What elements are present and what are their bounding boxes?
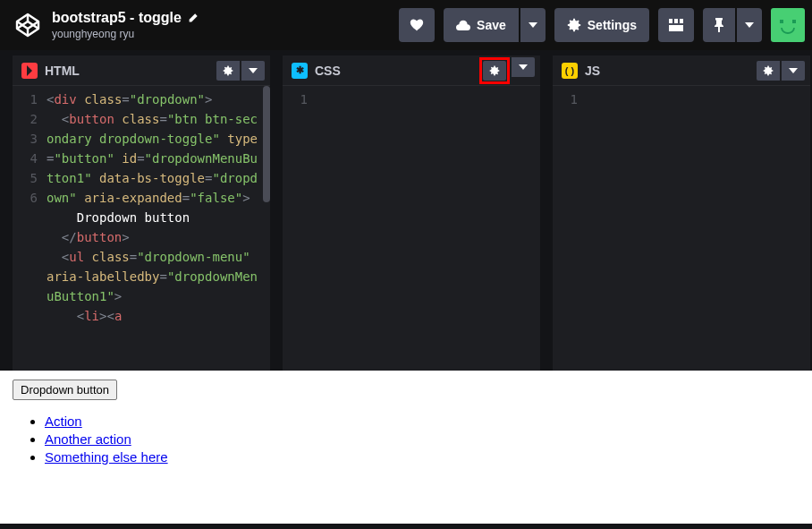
codepen-logo[interactable] — [13, 10, 43, 40]
list-item: Something else here — [45, 448, 799, 466]
css-badge-icon: ✱ — [292, 63, 308, 79]
list-item: Action — [45, 413, 799, 431]
html-editor-title: HTML — [45, 64, 209, 78]
html-editor-header: HTML — [13, 55, 270, 86]
html-expand-button[interactable] — [241, 61, 265, 81]
js-code[interactable] — [587, 86, 810, 371]
settings-button[interactable]: Settings — [554, 8, 649, 42]
pen-author[interactable]: younghyeong ryu — [52, 28, 390, 40]
js-gutter: 1 — [553, 86, 587, 371]
highlight-marker — [479, 57, 510, 84]
js-editor-body[interactable]: 1 — [553, 86, 810, 371]
heart-icon — [410, 18, 424, 32]
html-editor-buttons — [216, 61, 265, 81]
pin-icon — [714, 18, 724, 32]
cloud-icon — [456, 20, 470, 30]
js-editor-header: ( ) JS — [553, 55, 810, 86]
pen-title[interactable]: bootstrap5 - toggle — [52, 10, 390, 26]
chevron-down-icon — [789, 68, 798, 73]
html-settings-button[interactable] — [216, 61, 240, 81]
gear-icon — [489, 65, 500, 76]
js-badge-icon: ( ) — [562, 63, 578, 79]
pen-title-text: bootstrap5 - toggle — [52, 10, 182, 26]
pin-button-group — [703, 8, 762, 42]
save-button[interactable]: Save — [444, 8, 519, 42]
js-settings-button[interactable] — [757, 61, 780, 81]
dropdown-list: ActionAnother actionSomething else here — [45, 413, 799, 466]
css-settings-button[interactable] — [483, 61, 506, 81]
html-badge-icon — [21, 63, 38, 79]
css-editor-buttons — [479, 57, 535, 84]
js-editor-buttons — [757, 61, 805, 81]
js-expand-button[interactable] — [782, 61, 805, 81]
css-code[interactable] — [317, 86, 540, 371]
preview-pane: Dropdown button ActionAnother actionSome… — [0, 371, 812, 524]
pin-button[interactable] — [703, 8, 735, 42]
save-dropdown-button[interactable] — [520, 8, 546, 42]
save-label: Save — [477, 18, 506, 32]
svg-rect-3 — [669, 25, 683, 31]
love-button[interactable] — [399, 8, 435, 42]
gear-icon — [567, 18, 581, 32]
css-editor: ✱ CSS 1 — [283, 55, 540, 371]
app-header: bootstrap5 - toggle younghyeong ryu Save… — [0, 0, 812, 50]
scrollbar[interactable] — [263, 86, 270, 202]
avatar-face-icon — [777, 14, 799, 36]
pin-dropdown-button[interactable] — [737, 8, 762, 42]
chevron-down-icon — [745, 22, 754, 28]
svg-rect-2 — [680, 19, 683, 23]
html-editor-body[interactable]: 123456 <div class="dropdown"> <button cl… — [13, 86, 270, 371]
js-editor-title: JS — [585, 64, 749, 78]
gear-icon — [763, 65, 774, 76]
svg-rect-5 — [792, 20, 796, 23]
edit-icon — [187, 13, 199, 24]
title-area: bootstrap5 - toggle younghyeong ryu — [52, 10, 390, 40]
css-editor-body[interactable]: 1 — [283, 86, 540, 371]
dropdown-button[interactable]: Dropdown button — [13, 380, 117, 400]
js-editor: ( ) JS 1 — [553, 55, 812, 371]
avatar[interactable] — [771, 8, 805, 42]
svg-rect-1 — [674, 19, 678, 23]
chevron-down-icon — [249, 68, 258, 73]
settings-label: Settings — [588, 18, 637, 32]
list-item: Another action — [45, 431, 799, 448]
css-gutter: 1 — [283, 86, 317, 371]
layout-icon — [669, 19, 683, 31]
html-gutter: 123456 — [13, 86, 47, 371]
editors-row: HTML 123456 <div class="dropdown"> <butt… — [0, 50, 812, 371]
gear-icon — [223, 65, 233, 76]
dropdown-link[interactable]: Something else here — [45, 449, 168, 465]
dropdown-link[interactable]: Another action — [45, 431, 131, 447]
html-editor: HTML 123456 <div class="dropdown"> <butt… — [13, 55, 270, 371]
svg-rect-0 — [669, 19, 672, 23]
dropdown-link[interactable]: Action — [45, 414, 82, 429]
save-button-group: Save — [444, 8, 546, 42]
css-expand-button[interactable] — [512, 57, 535, 77]
html-code[interactable]: <div class="dropdown"> <button class="bt… — [47, 86, 270, 371]
chevron-down-icon — [529, 22, 537, 28]
css-editor-header: ✱ CSS — [283, 55, 540, 86]
svg-rect-4 — [780, 20, 783, 23]
chevron-down-icon — [519, 64, 528, 70]
layout-button[interactable] — [658, 8, 694, 42]
css-editor-title: CSS — [315, 64, 472, 78]
